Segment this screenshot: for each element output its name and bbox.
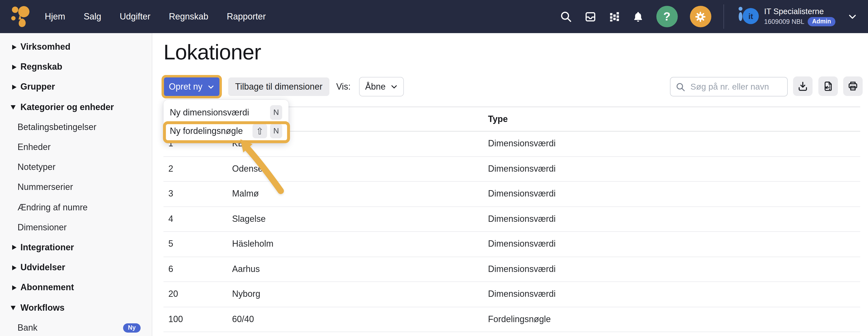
nav-rapporter[interactable]: Rapporter: [227, 11, 266, 22]
cell-navn: Malmø: [232, 189, 259, 199]
topbar: Hjem Salg Udgifter Regnskab Rapporter: [0, 0, 868, 33]
download-button[interactable]: [793, 77, 812, 96]
nav-salg[interactable]: Salg: [84, 11, 101, 22]
search-field[interactable]: [670, 77, 788, 96]
cell-nr: 20: [168, 289, 178, 300]
cell-navn: 60/40: [232, 314, 254, 325]
apps-grid-icon[interactable]: [609, 11, 620, 22]
role-badge: Admin: [808, 17, 835, 26]
export-document-icon: [822, 80, 834, 92]
cell-type: Fordelingsnøgle: [488, 314, 551, 325]
sidebar-item-workflows[interactable]: Workflows: [0, 298, 152, 318]
cell-type: Dimensionsværdi: [488, 239, 556, 249]
print-icon: [847, 80, 859, 92]
caret-right-icon: [12, 285, 17, 290]
export-button[interactable]: [818, 77, 838, 96]
sidebar-item-enheder[interactable]: Enheder: [0, 137, 152, 157]
main-content: Lokationer Opret ny Tilbage til dimensio…: [152, 33, 868, 336]
cell-navn: Nyborg: [232, 289, 260, 300]
table-row[interactable]: 20 Nyborg Dimensionsværdi: [163, 282, 860, 307]
cell-nr: 5: [168, 239, 173, 249]
caret-down-icon: [11, 105, 16, 109]
sidebar-item-notetyper[interactable]: Notetyper: [0, 157, 152, 177]
cell-type: Dimensionsværdi: [488, 214, 556, 224]
sidebar: Virksomhed Regnskab Grupper Kategorier o…: [0, 33, 152, 336]
filter-label: Vis:: [336, 78, 350, 96]
sidebar-item-aendring-af-numre[interactable]: Ændring af numre: [0, 197, 152, 218]
cell-type: Dimensionsværdi: [488, 189, 556, 199]
table-row[interactable]: 6 Aarhus Dimensionsværdi: [163, 257, 860, 282]
nav-udgifter[interactable]: Udgifter: [120, 11, 150, 22]
sidebar-item-virksomhed[interactable]: Virksomhed: [0, 37, 152, 57]
cell-type: Dimensionsværdi: [488, 289, 556, 300]
cell-type: Dimensionsværdi: [488, 139, 556, 149]
create-new-dropdown-menu: Ny dimensionsværdi N Ny fordelingsnøgle …: [163, 100, 288, 143]
caret-right-icon: [12, 265, 17, 270]
cell-navn: Slagelse: [232, 214, 266, 224]
svg-text:it: it: [748, 12, 753, 21]
help-button[interactable]: ?: [656, 6, 678, 27]
sidebar-item-bank[interactable]: BankNy: [0, 318, 152, 336]
magnifier-icon: [675, 82, 686, 92]
caret-right-icon: [12, 45, 17, 50]
cell-nr: 2: [168, 164, 173, 174]
table-row[interactable]: 100 60/40 Fordelingsnøgle: [163, 307, 860, 332]
app-window: Hjem Salg Udgifter Regnskab Rapporter: [0, 0, 868, 336]
cell-nr: 100: [168, 314, 183, 325]
column-header-type[interactable]: Type: [488, 114, 508, 124]
sidebar-item-nummerserier[interactable]: Nummerserier: [0, 177, 152, 197]
cell-type: Dimensionsværdi: [488, 264, 556, 274]
shortcut-key-n: N: [270, 124, 282, 138]
account-menu[interactable]: it IT Specialisterne 1609009 NBL Admin: [736, 4, 835, 29]
sidebar-item-grupper[interactable]: Grupper: [0, 77, 152, 97]
cell-nr: 6: [168, 264, 173, 274]
inbox-icon[interactable]: [584, 10, 596, 23]
main-nav: Hjem Salg Udgifter Regnskab Rapporter: [45, 11, 266, 22]
shortcut-key-n: N: [270, 105, 282, 120]
account-number: 1609009 NBL: [764, 18, 804, 25]
caret-down-icon: [11, 306, 16, 310]
notifications-bell-icon[interactable]: [632, 10, 644, 23]
sidebar-item-abonnement[interactable]: Abonnement: [0, 278, 152, 298]
cell-navn: Häsleholm: [232, 239, 273, 249]
cell-nr: 4: [168, 214, 173, 224]
app-logo-icon[interactable]: [11, 5, 30, 28]
sidebar-item-udvidelser[interactable]: Udvidelser: [0, 258, 152, 278]
back-to-dimensions-button[interactable]: Tilbage til dimensioner: [228, 78, 330, 96]
table-row[interactable]: 3 Malmø Dimensionsværdi: [163, 181, 860, 207]
menu-item-ny-fordelingsnoegle[interactable]: Ny fordelingsnøgle ⇧ N: [163, 122, 288, 140]
cell-navn: Odense: [232, 164, 263, 174]
company-name: IT Specialisterne: [764, 7, 835, 16]
search-icon[interactable]: [559, 10, 572, 23]
shortcut-key-shift: ⇧: [252, 124, 267, 138]
nav-hjem[interactable]: Hjem: [45, 11, 65, 22]
table-row[interactable]: 4 Slagelse Dimensionsværdi: [163, 207, 860, 232]
sidebar-item-regnskab[interactable]: Regnskab: [0, 57, 152, 77]
chevron-down-icon: [207, 83, 215, 90]
cell-nr: 3: [168, 189, 173, 199]
sidebar-item-dimensioner[interactable]: Dimensioner: [0, 218, 152, 237]
create-new-button[interactable]: Opret ny: [164, 78, 219, 96]
sidebar-item-integrationer[interactable]: Integrationer: [0, 237, 152, 258]
help-glyph: ?: [663, 10, 670, 23]
search-input[interactable]: [689, 81, 782, 92]
topbar-divider: [723, 4, 724, 29]
chevron-down-icon[interactable]: [847, 12, 857, 22]
settings-gear-icon[interactable]: [690, 6, 711, 27]
print-button[interactable]: [843, 77, 863, 96]
cell-navn: Aarhus: [232, 264, 260, 274]
cell-type: Dimensionsværdi: [488, 164, 556, 174]
chevron-down-icon: [390, 83, 398, 90]
sidebar-item-kategorier-og-enheder[interactable]: Kategorier og enheder: [0, 97, 152, 117]
download-icon: [797, 80, 809, 92]
new-badge: Ny: [123, 323, 141, 332]
caret-right-icon: [12, 65, 17, 69]
table-row[interactable]: 2 Odense Dimensionsværdi: [163, 157, 860, 181]
status-filter-select[interactable]: Åbne: [359, 77, 404, 96]
sidebar-item-betalingsbetingelser[interactable]: Betalingsbetingelser: [0, 117, 152, 137]
nav-regnskab[interactable]: Regnskab: [169, 11, 208, 22]
caret-right-icon: [12, 85, 17, 90]
menu-item-ny-dimensionsvaerdi[interactable]: Ny dimensionsværdi N: [163, 103, 288, 122]
table-row[interactable]: 5 Häsleholm Dimensionsværdi: [163, 232, 860, 257]
caret-right-icon: [12, 245, 17, 250]
